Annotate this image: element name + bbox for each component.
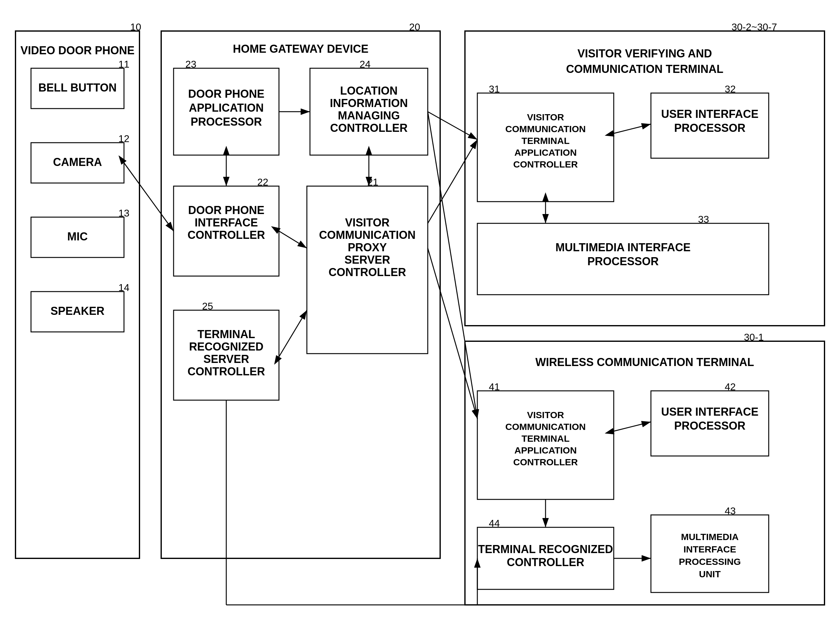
- camera-label: CAMERA: [53, 156, 102, 168]
- visitor-comm-terminal-31-label-4: APPLICATION: [514, 147, 577, 157]
- door-phone-app-label-1: DOOR PHONE: [188, 87, 265, 100]
- visitor-comm-terminal-31-label-3: TERMINAL: [521, 135, 570, 146]
- door-phone-interface-label-3: CONTROLLER: [187, 229, 265, 241]
- visitor-proxy-label-2: COMMUNICATION: [319, 229, 415, 241]
- user-interface-32-label-2: PROCESSOR: [674, 122, 745, 134]
- multimedia-interface-33-label-1: MULTIMEDIA INTERFACE: [555, 241, 691, 254]
- diagram: VIDEO DOOR PHONE 10 BELL BUTTON 11 CAMER…: [0, 0, 840, 639]
- multimedia-processing-43-label-1: MULTIMEDIA: [681, 532, 739, 542]
- visitor-proxy-label-5: CONTROLLER: [328, 266, 406, 278]
- user-interface-32-label-1: USER INTERFACE: [661, 108, 759, 120]
- terminal-recognized-server-label-3: SERVER: [203, 353, 249, 366]
- location-info-label-2: INFORMATION: [330, 97, 407, 110]
- user-interface-42-label-1: USER INTERFACE: [661, 405, 759, 418]
- visitor-proxy-label-3: PROXY: [348, 241, 387, 254]
- visitor-comm-terminal-41-label-3: TERMINAL: [521, 433, 570, 443]
- location-info-label-1: LOCATION: [340, 84, 397, 97]
- visitor-proxy-label-4: SERVER: [344, 253, 390, 266]
- multimedia-interface-33-label-2: PROCESSOR: [587, 255, 659, 268]
- door-phone-interface-label-2: INTERFACE: [195, 216, 258, 229]
- visitor-comm-terminal-41-label-1: VISITOR: [527, 410, 564, 420]
- user-interface-42-label-2: PROCESSOR: [674, 420, 745, 432]
- location-info-label-3: MANAGING: [338, 109, 400, 122]
- visitor-comm-terminal-41-label-2: COMMUNICATION: [505, 421, 585, 432]
- multimedia-processing-43-label-4: UNIT: [699, 569, 721, 579]
- speaker-label: SPEAKER: [51, 305, 105, 317]
- terminal-recognized-server-label-2: RECOGNIZED: [189, 340, 263, 353]
- video-door-phone-label: VIDEO DOOR PHONE: [21, 44, 135, 57]
- visitor-comm-terminal-31-label-2: COMMUNICATION: [505, 124, 585, 134]
- multimedia-processing-43-label-2: INTERFACE: [683, 544, 736, 554]
- visitor-verifying-label-1: VISITOR VERIFYING AND: [577, 47, 712, 60]
- location-info-label-4: CONTROLLER: [330, 122, 407, 134]
- mic-label: MIC: [67, 230, 88, 243]
- terminal-recognized-server-label-1: TERMINAL: [197, 328, 255, 340]
- bell-button-label: BELL BUTTON: [38, 81, 117, 94]
- terminal-recognized-44-label-2: CONTROLLER: [507, 556, 584, 569]
- visitor-comm-terminal-41-label-5: CONTROLLER: [513, 457, 578, 467]
- terminal-recognized-server-label-4: CONTROLLER: [187, 365, 265, 378]
- visitor-comm-terminal-31-label-5: CONTROLLER: [513, 159, 578, 169]
- door-phone-app-label-3: PROCESSOR: [191, 115, 262, 128]
- visitor-comm-terminal-41-label-4: APPLICATION: [514, 445, 577, 455]
- multimedia-processing-43-label-3: PROCESSING: [679, 556, 741, 567]
- door-phone-interface-label-1: DOOR PHONE: [188, 204, 265, 216]
- wireless-comm-label: WIRELESS COMMUNICATION TERMINAL: [535, 356, 754, 369]
- terminal-recognized-44-label-1: TERMINAL RECOGNIZED: [478, 543, 613, 556]
- door-phone-app-label-2: APPLICATION: [189, 102, 263, 114]
- visitor-proxy-label-1: VISITOR: [345, 216, 389, 229]
- visitor-comm-terminal-31-label-1: VISITOR: [527, 112, 564, 122]
- visitor-verifying-label-2: COMMUNICATION TERMINAL: [566, 63, 723, 75]
- home-gateway-label: HOME GATEWAY DEVICE: [233, 43, 368, 55]
